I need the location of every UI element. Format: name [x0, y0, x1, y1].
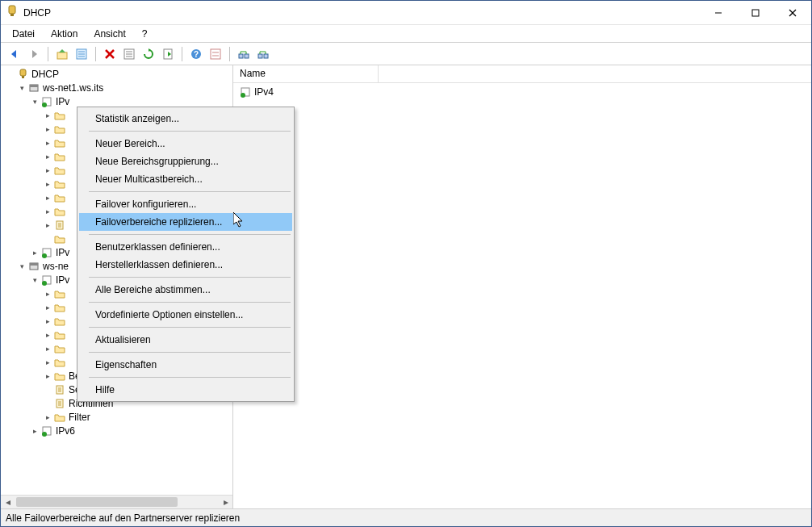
context-menu-item[interactable]: Failover konfigurieren...	[79, 195, 292, 213]
svg-text:?: ?	[194, 50, 199, 59]
tree-server[interactable]: ▾ws-net1.ws.its	[2, 81, 232, 94]
tree-node-icon	[54, 151, 65, 162]
tree-node-icon	[54, 137, 65, 148]
context-menu-separator	[89, 191, 291, 192]
tree-node-icon	[54, 329, 65, 341]
expander-icon[interactable]: ▸	[43, 358, 52, 367]
menu-datei[interactable]: Datei	[6, 27, 41, 41]
close-button[interactable]	[774, 1, 811, 24]
scroll-left-icon[interactable]: ◂	[1, 496, 15, 508]
svg-rect-33	[20, 69, 26, 76]
expander-icon[interactable]: ▸	[30, 248, 40, 257]
back-button[interactable]	[6, 45, 23, 63]
context-menu-item[interactable]: Eigenschaften	[79, 356, 292, 374]
expander-icon[interactable]: ▸	[43, 371, 52, 381]
svg-rect-28	[258, 54, 262, 58]
properties-button[interactable]	[73, 45, 90, 63]
help-button[interactable]: ?	[187, 45, 205, 63]
menu-ansicht[interactable]: Ansicht	[87, 27, 132, 41]
context-menu-separator	[89, 302, 291, 303]
svg-rect-29	[264, 54, 268, 58]
scroll-thumb[interactable]	[16, 497, 178, 507]
toolbar: ?	[1, 43, 811, 65]
svg-point-60	[241, 93, 245, 98]
expander-icon[interactable]: ▸	[43, 138, 52, 148]
options-button[interactable]	[207, 45, 224, 63]
list-header: Name	[233, 65, 811, 83]
tree-hscrollbar[interactable]: ◂ ▸	[1, 495, 232, 508]
tree-item[interactable]: ▸Filter	[2, 410, 232, 424]
context-menu-item[interactable]: Neuer Multicastbereich...	[79, 170, 292, 188]
list-item[interactable]: IPv4	[236, 85, 808, 98]
context-menu-item[interactable]: Herstellerklassen definieren...	[79, 256, 292, 274]
expander-icon[interactable]: ▸	[43, 303, 52, 312]
forward-button[interactable]	[25, 45, 43, 63]
column-name[interactable]: Name	[233, 65, 379, 82]
expander-icon[interactable]: ▸	[43, 412, 52, 422]
expander-icon[interactable]: ▸	[43, 316, 52, 326]
expander-icon[interactable]: ▸	[43, 220, 52, 230]
expander-icon[interactable]: ▸	[43, 207, 52, 216]
tree-node-icon	[54, 178, 65, 190]
context-menu-item[interactable]: Statistik anzeigen...	[79, 110, 292, 128]
context-menu-item[interactable]: Benutzerklassen definieren...	[79, 238, 292, 256]
scroll-right-icon[interactable]: ▸	[219, 496, 232, 508]
expander-icon[interactable]: ▸	[43, 179, 52, 189]
refresh-button[interactable]	[140, 45, 157, 63]
svg-point-38	[42, 102, 47, 107]
expander-icon[interactable]: ▸	[43, 111, 52, 120]
tree-node-icon	[54, 357, 65, 368]
statusbar: Alle Failoverbereiche auf den Partnerser…	[1, 508, 811, 526]
minimize-button[interactable]	[700, 1, 737, 24]
tree-node-icon	[54, 398, 65, 409]
tree-node-icon	[41, 274, 52, 286]
expander-icon[interactable]: ▸	[43, 289, 52, 299]
tree-node-label: IPv	[56, 274, 69, 286]
tree-node-icon	[54, 192, 65, 203]
menubar: Datei Aktion Ansicht ?	[1, 25, 811, 43]
tree-root[interactable]: DHCP	[2, 67, 232, 81]
expander-icon	[43, 385, 52, 395]
expander-icon[interactable]: ▸	[43, 330, 52, 340]
context-menu-item[interactable]: Neue Bereichsgruppierung...	[79, 153, 292, 170]
menu-help[interactable]: ?	[136, 27, 154, 41]
expander-icon[interactable]: ▸	[43, 344, 52, 353]
server1-button[interactable]	[235, 45, 253, 63]
expander-icon[interactable]: ▾	[30, 275, 40, 285]
tree-node-icon	[54, 165, 65, 176]
expander-icon[interactable]: ▸	[43, 124, 52, 134]
context-menu-item[interactable]: Vordefinierte Optionen einstellen...	[79, 306, 292, 324]
window: DHCP Datei Aktion Ansicht ?	[0, 0, 812, 527]
up-button[interactable]	[53, 45, 71, 63]
svg-rect-46	[30, 263, 38, 266]
tree-node-label: IPv6	[56, 425, 75, 437]
tree-node-label: ws-ne	[43, 261, 69, 272]
expander-icon[interactable]: ▾	[17, 83, 27, 93]
server2-button[interactable]	[254, 45, 272, 63]
expander-icon[interactable]: ▸	[43, 193, 52, 203]
expander-icon[interactable]: ▾	[17, 261, 27, 271]
expander-icon[interactable]: ▾	[30, 97, 40, 107]
context-menu-item[interactable]: Neuer Bereich...	[79, 135, 292, 153]
tree-node-icon	[54, 288, 65, 299]
expander-icon[interactable]: ▸	[30, 426, 40, 436]
tree-node-icon	[54, 110, 65, 121]
list-button[interactable]	[120, 45, 138, 63]
maximize-button[interactable]	[737, 1, 774, 24]
tree-node-label: DHCP	[31, 69, 59, 80]
menu-aktion[interactable]: Aktion	[44, 27, 84, 41]
expander-icon[interactable]: ▸	[43, 165, 52, 175]
export-button[interactable]	[159, 45, 177, 63]
tree-protocol[interactable]: ▸IPv6	[2, 424, 232, 437]
context-menu-item[interactable]: Alle Bereiche abstimmen...	[79, 281, 292, 299]
delete-button[interactable]	[101, 45, 119, 63]
tree-node-label: Filter	[69, 412, 90, 423]
expander-icon[interactable]: ▸	[43, 152, 52, 161]
list-body[interactable]: IPv4	[233, 83, 811, 508]
context-menu-item[interactable]: Failoverbereiche replizieren...	[79, 213, 292, 231]
tree-node-icon	[54, 412, 65, 423]
svg-rect-24	[245, 54, 249, 58]
context-menu-item[interactable]: Hilfe	[79, 381, 292, 399]
svg-rect-3	[752, 10, 759, 16]
context-menu-item[interactable]: Aktualisieren	[79, 331, 292, 349]
